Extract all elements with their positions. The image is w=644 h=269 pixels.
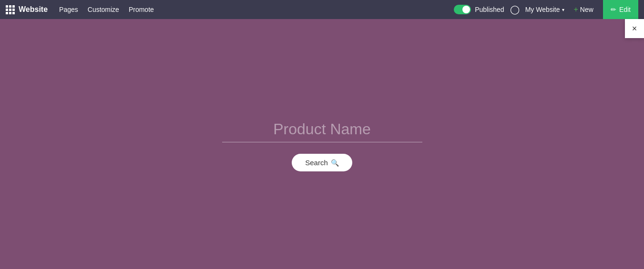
search-input[interactable] bbox=[222, 117, 422, 142]
brand[interactable]: Website bbox=[6, 5, 48, 14]
nav-customize[interactable]: Customize bbox=[84, 4, 123, 15]
close-icon: × bbox=[632, 24, 637, 33]
nav-promote[interactable]: Promote bbox=[125, 4, 158, 15]
mobile-icon[interactable]: ◯ bbox=[510, 4, 520, 15]
navbar-right: Published ◯ My Website + New ✏ Edit bbox=[454, 0, 638, 19]
new-plus-icon: + bbox=[574, 5, 578, 14]
navbar-nav: Pages Customize Promote bbox=[55, 4, 446, 15]
navbar: Website Pages Customize Promote Publishe… bbox=[0, 0, 644, 19]
edit-icon: ✏ bbox=[611, 6, 616, 13]
main-content: Search 🔍 bbox=[0, 19, 644, 269]
new-label: New bbox=[580, 6, 593, 13]
search-icon: 🔍 bbox=[331, 159, 339, 167]
nav-pages[interactable]: Pages bbox=[55, 4, 82, 15]
edit-button[interactable]: ✏ Edit bbox=[603, 0, 638, 19]
new-button[interactable]: + New bbox=[570, 3, 597, 16]
published-group: Published bbox=[454, 5, 504, 14]
grid-icon bbox=[6, 5, 15, 14]
search-container: Search 🔍 bbox=[222, 117, 422, 171]
search-button[interactable]: Search 🔍 bbox=[292, 154, 352, 171]
brand-label: Website bbox=[19, 5, 48, 14]
search-button-label: Search bbox=[305, 159, 328, 167]
published-toggle[interactable] bbox=[454, 5, 471, 14]
search-input-wrapper bbox=[222, 117, 422, 142]
published-label: Published bbox=[475, 6, 504, 13]
edit-label: Edit bbox=[619, 6, 631, 13]
close-popup[interactable]: × bbox=[625, 19, 644, 38]
my-website-button[interactable]: My Website bbox=[525, 6, 564, 13]
